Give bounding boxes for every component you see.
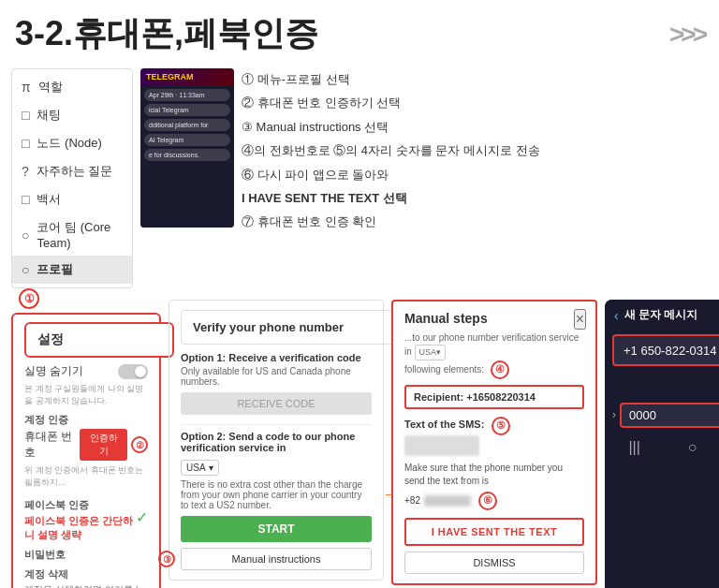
step-5: ⑥ 다시 파이 앱으로 돌아와 bbox=[242, 164, 708, 185]
option1-title: Option 1: Receive a verification code bbox=[181, 352, 372, 363]
nav-home-icon[interactable]: ○ bbox=[688, 439, 697, 456]
sidebar-item-whitepaper[interactable]: □ 백서 bbox=[12, 185, 132, 213]
account-verify-label: 계정 인증 bbox=[24, 413, 148, 427]
step-7: ⑦ 휴대폰 번호 인증 확인 bbox=[242, 211, 708, 232]
recipient-value: +16508220314 bbox=[466, 391, 536, 403]
manual-dialog: Manual steps × ...to our phone number ve… bbox=[391, 300, 597, 585]
hide-name-toggle[interactable] bbox=[118, 364, 148, 379]
sms-label-row: Text of the SMS: ⑤ bbox=[404, 417, 584, 435]
chat-bubble-2: dditional platform for bbox=[144, 119, 230, 131]
step-5-text: ⑥ 다시 파이 앱으로 돌아와 bbox=[242, 168, 389, 182]
step-7-text: ⑦ 휴대폰 번호 인증 확인 bbox=[242, 214, 376, 228]
step-1-text: ① 메뉴-프로필 선택 bbox=[242, 72, 350, 86]
back-icon[interactable]: ‹ bbox=[614, 308, 619, 323]
phone-small-text: 위 계정 인증에서 휴대폰 번호는 필름하지... bbox=[24, 464, 148, 489]
sidebar-label-core: 코어 팀 (Core Team) bbox=[37, 219, 123, 250]
password-label: 비밀번호 bbox=[24, 548, 148, 562]
sidebar-item-chat[interactable]: □ 채팅 bbox=[12, 101, 132, 129]
option1-desc: Only available for US and Canada phone n… bbox=[181, 366, 372, 387]
chat-bubble-1: icial Telegram bbox=[144, 104, 230, 116]
sms-label: Text of the SMS: bbox=[404, 419, 484, 430]
sidebar-item-node[interactable]: □ 노드 (Node) bbox=[12, 129, 132, 157]
core-icon: ○ bbox=[22, 228, 29, 243]
chat-icon: □ bbox=[22, 108, 29, 123]
sidebar-item-core[interactable]: ○ 코어 팀 (Core Team) bbox=[12, 213, 132, 256]
sidebar-label-profile: 프로필 bbox=[37, 261, 73, 278]
circle-4: ④ bbox=[491, 360, 509, 379]
manual-dialog-title: Manual steps bbox=[404, 311, 584, 326]
step-6: I HAVE SENT THE TEXT 선택 bbox=[242, 187, 708, 209]
settings-small-text: 본 계정 구실원들에게 나의 실명을 공계하지 않습니다. bbox=[24, 383, 148, 407]
sidebar-label-whitepaper: 백서 bbox=[37, 191, 61, 208]
role-icon: π bbox=[22, 80, 31, 95]
divider bbox=[181, 424, 372, 425]
phone-row: 휴대폰 번호 인증하기 ② bbox=[24, 429, 148, 461]
phone-app-header: ‹ 새 문자 메시지 bbox=[605, 300, 719, 331]
message-input[interactable]: 0000 bbox=[620, 403, 719, 428]
step-1: ① 메뉴-프로필 선택 bbox=[242, 68, 708, 90]
sidebar: π 역할 □ 채팅 □ 노드 (Node) ? 자주하는 질문 □ 백서 ○ 코… bbox=[11, 68, 133, 288]
close-button[interactable]: × bbox=[574, 309, 586, 330]
phone-note: Make sure that the phone number you send… bbox=[404, 462, 584, 488]
manual-instructions-button[interactable]: Manual instructions bbox=[181, 548, 372, 570]
sent-text-button[interactable]: I HAVE SENT THE TEXT bbox=[404, 518, 584, 546]
chat-bubble-date: Apr 29th · 11:33am bbox=[144, 89, 230, 101]
start-button[interactable]: START bbox=[181, 516, 372, 542]
dropdown-icon: ▾ bbox=[209, 463, 213, 473]
sidebar-item-role[interactable]: π 역할 bbox=[12, 73, 132, 101]
step-4-text: ④의 전화번호로 ⑤의 4자리 숫자를 문자 메시지로 전송 bbox=[242, 143, 540, 157]
circle-1-wrapper: ① bbox=[19, 288, 39, 309]
dialog-usa[interactable]: USA ▾ bbox=[415, 345, 447, 360]
page-title: 3-2.휴대폰,페북인증 bbox=[15, 11, 318, 57]
facebook-value: 페이스북 인증은 간단하니 설명 생략 bbox=[24, 514, 136, 542]
dialog-following: following elements: bbox=[404, 364, 484, 375]
telegram-label: TELEGRAM bbox=[146, 72, 228, 81]
circle-3: ③ bbox=[158, 551, 175, 567]
whitepaper-icon: □ bbox=[22, 192, 29, 207]
recipient-label: Recipient: bbox=[414, 391, 463, 403]
usa-label: USA bbox=[186, 463, 206, 473]
manual-dialog-wrapper: Manual steps × ...to our phone number ve… bbox=[391, 300, 597, 588]
chat-bubble-3: AI Telegram bbox=[144, 134, 230, 146]
step-2-text: ② 휴대폰 번호 인증하기 선택 bbox=[242, 96, 401, 110]
option2-desc: There is no extra cost other than the ch… bbox=[181, 479, 372, 510]
verify-button[interactable]: 인증하기 bbox=[80, 429, 127, 461]
dialog-dropdown-icon: ▾ bbox=[436, 346, 441, 359]
circle-5: ⑤ bbox=[492, 417, 510, 435]
hide-name-label: 실명 숨기기 bbox=[24, 363, 83, 379]
message-arrow-icon: › bbox=[612, 408, 616, 421]
faq-icon: ? bbox=[22, 164, 29, 179]
step-3-text: ③ Manual instructions 선택 bbox=[242, 120, 389, 134]
app-preview-header: TELEGRAM bbox=[140, 68, 234, 85]
nav-menu-icon[interactable]: ||| bbox=[628, 439, 639, 456]
sidebar-item-faq[interactable]: ? 자주하는 질문 bbox=[12, 157, 132, 185]
bottom-area: ① ↓ 설정 실명 숨기기 본 계정 구실원들에게 나의 실명을 공계하지 않습… bbox=[0, 292, 719, 588]
phone-number-row: +82 ⑥ bbox=[404, 492, 584, 510]
facebook-label: 페이스북 인증 bbox=[24, 498, 136, 512]
settings-hide-name-row: 실명 숨기기 bbox=[24, 363, 148, 379]
manual-row: Manual instructions ③ bbox=[181, 548, 372, 570]
phone-verify-row: 인증하기 ② bbox=[80, 429, 148, 461]
sidebar-label-chat: 채팅 bbox=[37, 107, 61, 124]
phone-number-blurred-bar bbox=[424, 495, 471, 507]
circle-6: ⑥ bbox=[478, 492, 497, 510]
circle-2: ② bbox=[131, 436, 148, 453]
sidebar-item-profile[interactable]: ○ 프로필 bbox=[12, 256, 132, 284]
dismiss-button[interactable]: DISMISS bbox=[404, 551, 584, 574]
checkmark-icon: ✓ bbox=[136, 508, 148, 526]
step-2: ② 휴대폰 번호 인증하기 선택 bbox=[242, 92, 708, 113]
phone-number-display: +1 650-822-0314 bbox=[624, 344, 716, 358]
phone-number-input-box[interactable]: +1 650-822-0314 + bbox=[612, 334, 719, 366]
delete-text: 계정을 삭제하려면 여기를 누르십시오. bbox=[24, 583, 148, 588]
profile-icon: ○ bbox=[22, 262, 29, 277]
verify-wrapper: Verify your phone number Option 1: Recei… bbox=[169, 300, 384, 588]
step-3: ③ Manual instructions 선택 bbox=[242, 116, 708, 138]
sidebar-label-node: 노드 (Node) bbox=[37, 135, 101, 152]
phone-number-value: +82 bbox=[404, 495, 420, 506]
usa-select[interactable]: USA ▾ bbox=[181, 460, 219, 476]
step-6-text: I HAVE SENT THE TEXT 선택 bbox=[242, 191, 407, 205]
facebook-section: 페이스북 인증 페이스북 인증은 간단하니 설명 생략 bbox=[24, 492, 136, 542]
delete-label: 계정 삭제 bbox=[24, 567, 148, 581]
sidebar-label-faq: 자주하는 질문 bbox=[37, 163, 113, 180]
settings-title: 설정 bbox=[24, 322, 174, 358]
